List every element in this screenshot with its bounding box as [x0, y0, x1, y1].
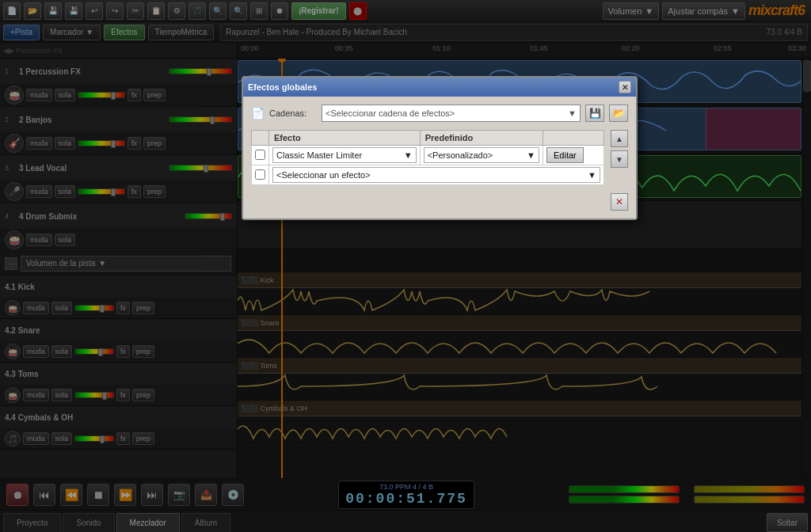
- effect-checkbox-1[interactable]: [255, 150, 265, 160]
- efectos-globales-modal: Efectos globales ✕ 📄 Cadenas: <Seleccion…: [242, 76, 638, 220]
- save-chain-btn[interactable]: 💾: [585, 104, 604, 122]
- table-header-edit: [543, 131, 603, 146]
- cadenas-row: 📄 Cadenas: <Seleccionar cadena de efecto…: [251, 104, 628, 122]
- move-down-btn[interactable]: ▼: [611, 150, 628, 168]
- move-up-btn[interactable]: ▲: [611, 130, 628, 147]
- delete-row: ✕: [251, 190, 628, 211]
- cadenas-label: Cadenas:: [269, 108, 317, 118]
- file-icon: 📄: [251, 107, 265, 120]
- table-header-check: [252, 131, 269, 146]
- table-header-efecto: Efecto: [269, 131, 421, 146]
- effect-row-1: Classic Master Limiter ▼ <Personalizado>…: [252, 146, 604, 165]
- modal-close-button[interactable]: ✕: [619, 81, 631, 93]
- effect-name-dropdown-1[interactable]: Classic Master Limiter ▼: [272, 147, 417, 163]
- effect-row-add: <Seleccionar un efecto> ▼: [252, 165, 604, 185]
- modal-overlay[interactable]: Efectos globales ✕ 📄 Cadenas: <Seleccion…: [0, 0, 811, 532]
- modal-title: Efectos globales: [248, 82, 317, 92]
- effects-table: Efecto Predefinido: [251, 130, 604, 185]
- effects-table-section: Efecto Predefinido: [251, 130, 628, 185]
- load-chain-btn[interactable]: 📂: [609, 104, 628, 122]
- table-header-predefinido: Predefinido: [420, 131, 543, 146]
- modal-body: 📄 Cadenas: <Seleccionar cadena de efecto…: [243, 97, 636, 218]
- effect-checkbox-add[interactable]: [255, 169, 265, 180]
- cadenas-dropdown[interactable]: <Seleccionar cadena de efectos> ▼: [322, 104, 581, 122]
- effects-table-wrapper: Efecto Predefinido: [251, 130, 604, 185]
- modal-sidebar-buttons: ▲ ▼: [611, 130, 628, 185]
- modal-titlebar: Efectos globales ✕: [243, 78, 636, 97]
- edit-effect-btn-1[interactable]: Editar: [546, 147, 584, 163]
- delete-effect-btn[interactable]: ✕: [611, 193, 628, 211]
- preset-dropdown-1[interactable]: <Personalizado> ▼: [424, 147, 539, 163]
- add-effect-dropdown[interactable]: <Seleccionar un efecto> ▼: [272, 167, 600, 183]
